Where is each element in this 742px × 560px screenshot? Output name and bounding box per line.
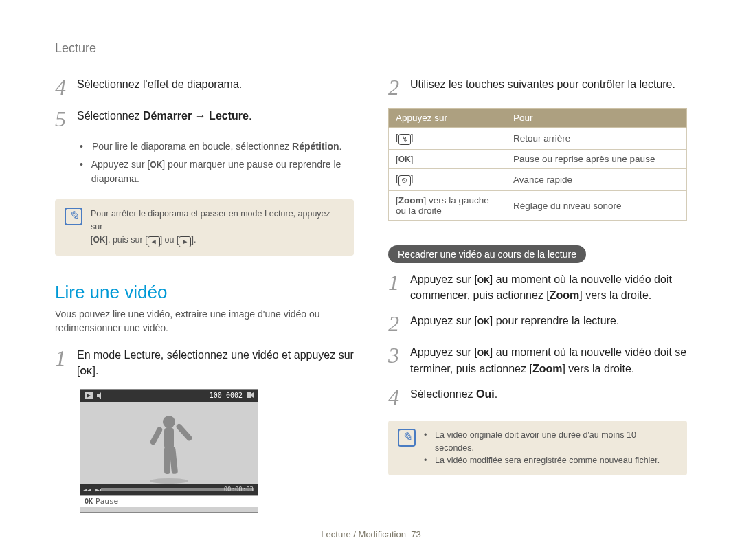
text-fragment: ] vers la droite.	[562, 363, 634, 374]
text-fragment: En mode Lecture, sélectionnez une vidéo …	[77, 349, 354, 377]
table-header: Appuyez sur	[389, 109, 506, 128]
step-number: 5	[55, 108, 70, 130]
subsection-pill: Recadrer une vidéo au cours de la lectur…	[388, 245, 586, 263]
section-header: Lecture	[55, 41, 687, 56]
svg-marker-2	[97, 392, 101, 399]
bullet: • Pour lire le diaporama en boucle, séle…	[80, 139, 354, 155]
text-fragment: .	[495, 388, 497, 400]
trim-step-4: 4 Sélectionnez Oui.	[388, 386, 687, 408]
note-line: [OK], puis sur [◄] ou [►].	[91, 234, 344, 247]
flash-icon: ◄	[148, 236, 160, 247]
ok-key: OK	[150, 159, 162, 172]
text-fragment: Sélectionnez	[77, 110, 143, 122]
note-box: ✎ • La vidéo originale doit avoir une du…	[388, 421, 687, 475]
player-bottombar: OKPause	[80, 495, 258, 507]
step-text: Appuyez sur [OK] pour reprendre la lectu…	[410, 313, 687, 335]
note-bullet: • La vidéo originale doit avoir une duré…	[424, 429, 677, 455]
svg-rect-6	[164, 427, 174, 449]
zoom-key: Zoom	[398, 195, 424, 205]
zoom-key: Zoom	[550, 289, 580, 301]
trim-step-3: 3 Appuyez sur [OK] au moment où la nouve…	[388, 344, 687, 376]
table-cell-value: Réglage du niveau sonore	[506, 191, 687, 221]
right-column: 2 Utilisez les touches suivantes pour co…	[388, 76, 687, 513]
text-fragment: ] vers la droite.	[579, 289, 651, 301]
text-fragment: ] pour reprendre la lecture.	[490, 315, 620, 326]
text-fragment: Appuyez sur [	[410, 273, 477, 285]
video-step-1: 1 En mode Lecture, sélectionnez une vidé…	[55, 347, 354, 379]
bold-text: Lecture	[209, 110, 249, 122]
step-number: 1	[388, 271, 403, 303]
play-mode-icon	[85, 392, 93, 399]
svg-point-5	[163, 416, 175, 428]
timer-icon: ⏲	[398, 175, 411, 186]
table-cell-key: [OK]	[389, 150, 506, 169]
bullet-text: Pour lire le diaporama en boucle, sélect…	[92, 139, 341, 155]
player-topbar: 100-0002	[80, 390, 258, 402]
file-tag: 100-0002	[210, 392, 254, 399]
bullet-icon: •	[80, 157, 86, 187]
text-fragment: .	[249, 110, 251, 122]
text-fragment: ] ou [	[160, 235, 179, 245]
text-fragment: Appuyez sur [	[410, 346, 477, 358]
note-line: Pour arrêter le diaporama et passer en m…	[91, 208, 344, 234]
person-silhouette-icon	[142, 412, 196, 484]
table-row: [Zoom] vers la gauche ou la droite Régla…	[389, 191, 687, 221]
step-number: 2	[388, 313, 403, 335]
step-text: Appuyez sur [OK] au moment où la nouvell…	[410, 271, 687, 303]
svg-point-11	[150, 478, 188, 484]
text-fragment: ].	[191, 235, 196, 245]
table-header: Pour	[506, 109, 687, 128]
step-number: 4	[388, 386, 403, 408]
flash-icon: ↯	[398, 134, 411, 145]
video-file-icon	[247, 392, 254, 399]
bullet: • Appuyez sur [OK] pour marquer une paus…	[80, 157, 354, 187]
trim-step-2: 2 Appuyez sur [OK] pour reprendre la lec…	[388, 313, 687, 335]
step-number: 1	[55, 347, 70, 379]
bullet-icon: •	[80, 139, 87, 155]
note-bullet: • La vidéo modifiée sera enregistrée com…	[424, 454, 677, 467]
bold-text: Oui	[476, 388, 495, 400]
pause-label: Pause	[95, 497, 118, 506]
svg-rect-8	[175, 423, 193, 442]
step-4: 4 Sélectionnez l'effet de diaporama.	[55, 76, 354, 98]
table-cell-key: [⏲]	[389, 169, 506, 191]
arrow-text: →	[192, 110, 209, 122]
step-number: 2	[388, 76, 403, 98]
note-text: La vidéo modifiée sera enregistrée comme…	[435, 454, 660, 467]
step-number: 3	[388, 344, 403, 376]
player-body	[80, 402, 258, 484]
ok-key: OK	[477, 316, 490, 328]
svg-rect-3	[247, 392, 251, 398]
table-cell-value: Retour arrière	[506, 128, 687, 150]
ok-key: OK	[398, 155, 411, 164]
svg-rect-7	[149, 426, 163, 445]
page-footer: Lecture / Modification 73	[0, 529, 742, 539]
step-number: 4	[55, 76, 70, 98]
section-intro: Vous pouvez lire une vidéo, extraire une…	[55, 307, 354, 335]
ok-key: OK	[93, 234, 105, 246]
two-column-layout: 4 Sélectionnez l'effet de diaporama. 5 S…	[55, 76, 687, 513]
note-content: • La vidéo originale doit avoir une duré…	[424, 429, 677, 467]
player-progress-bar: ◄◄ ►► 00:00:03	[80, 484, 258, 495]
speaker-icon	[97, 392, 104, 399]
table-row: [OK] Pause ou reprise après une pause	[389, 150, 687, 169]
table-cell-value: Pause ou reprise après une pause	[506, 150, 687, 169]
ok-key: OK	[477, 275, 490, 287]
step-text: En mode Lecture, sélectionnez une vidéo …	[77, 347, 354, 379]
zoom-key: Zoom	[532, 363, 563, 374]
table-cell-key: [↯]	[389, 128, 506, 150]
controls-table: Appuyez sur Pour [↯] Retour arrière [OK]…	[388, 108, 687, 221]
step-text: Sélectionnez Oui.	[410, 386, 687, 408]
text-fragment: Sélectionnez	[410, 388, 476, 400]
note-box: ✎ Pour arrêter le diaporama et passer en…	[55, 199, 354, 256]
step-text: Sélectionnez l'effet de diaporama.	[77, 76, 354, 98]
ok-key: OK	[80, 366, 92, 378]
svg-marker-4	[251, 392, 254, 398]
left-column: 4 Sélectionnez l'effet de diaporama. 5 S…	[55, 76, 354, 513]
step-2-right: 2 Utilisez les touches suivantes pour co…	[388, 76, 687, 98]
bullet-icon: •	[424, 429, 429, 455]
bold-text: Répétition	[292, 141, 339, 152]
sub-bullets: • Pour lire le diaporama en boucle, séle…	[80, 139, 354, 187]
step-text: Appuyez sur [OK] au moment où la nouvell…	[410, 344, 687, 376]
table-row: [↯] Retour arrière	[389, 128, 687, 150]
